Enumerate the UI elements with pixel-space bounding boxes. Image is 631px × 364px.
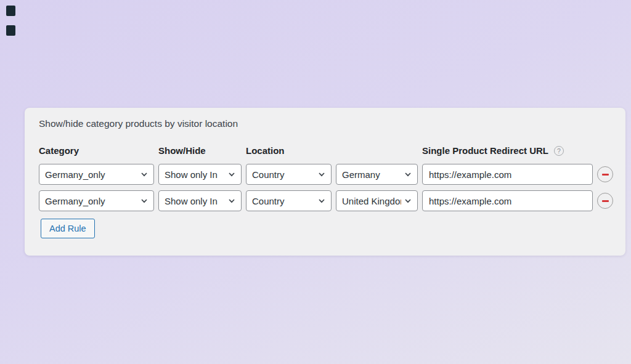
header-category: Category <box>39 145 154 157</box>
header-show-hide: Show/Hide <box>158 145 242 157</box>
admin-menu-icon-fragment-bottom <box>6 25 15 36</box>
page-background: Show/hide category products by visitor l… <box>0 0 631 364</box>
add-rule-button[interactable]: Add Rule <box>41 219 95 238</box>
chevron-down-icon <box>227 196 236 205</box>
location-value-select[interactable]: United Kingdom <box>336 190 418 211</box>
show-hide-select-value: Show only In <box>165 196 225 206</box>
remove-rule-button[interactable] <box>597 193 613 209</box>
location-value-select[interactable]: Germany <box>336 164 418 185</box>
help-icon[interactable]: ? <box>554 146 564 156</box>
location-type-select[interactable]: Country <box>246 164 332 185</box>
category-select-value: Germany_only <box>45 196 137 206</box>
show-hide-select-value: Show only In <box>165 169 225 180</box>
chevron-down-icon <box>317 196 326 205</box>
show-hide-select[interactable]: Show only In <box>158 190 242 211</box>
location-type-select[interactable]: Country <box>246 190 332 211</box>
header-location: Location <box>246 145 418 157</box>
column-headers: Category Show/Hide Location Single Produ… <box>39 145 593 157</box>
location-type-select-value: Country <box>252 196 315 206</box>
rule-row-2: Germany_only Show only In Country United… <box>39 190 613 211</box>
remove-rule-button[interactable] <box>597 166 613 182</box>
chevron-down-icon <box>140 170 149 179</box>
chevron-down-icon <box>404 170 412 179</box>
category-select[interactable]: Germany_only <box>39 164 154 185</box>
chevron-down-icon <box>317 170 326 179</box>
location-value-select-value: United Kingdom <box>342 196 401 206</box>
visibility-rules-card: Show/hide category products by visitor l… <box>25 108 625 256</box>
minus-icon <box>602 200 609 202</box>
category-select-value: Germany_only <box>45 169 137 180</box>
rule-row-1: Germany_only Show only In Country German… <box>39 164 613 185</box>
header-redirect-url-label: Single Product Redirect URL <box>422 145 548 157</box>
admin-menu-icon-fragment-top <box>6 6 15 16</box>
header-redirect-url: Single Product Redirect URL ? <box>422 145 593 157</box>
location-type-select-value: Country <box>252 169 315 180</box>
redirect-url-input[interactable] <box>422 164 593 185</box>
chevron-down-icon <box>140 196 149 205</box>
chevron-down-icon <box>227 170 236 179</box>
redirect-url-input[interactable] <box>422 190 593 211</box>
chevron-down-icon <box>404 196 412 205</box>
card-title: Show/hide category products by visitor l… <box>39 118 238 130</box>
category-select[interactable]: Germany_only <box>39 190 154 211</box>
minus-icon <box>602 174 609 176</box>
show-hide-select[interactable]: Show only In <box>158 164 242 185</box>
location-value-select-value: Germany <box>342 169 401 180</box>
